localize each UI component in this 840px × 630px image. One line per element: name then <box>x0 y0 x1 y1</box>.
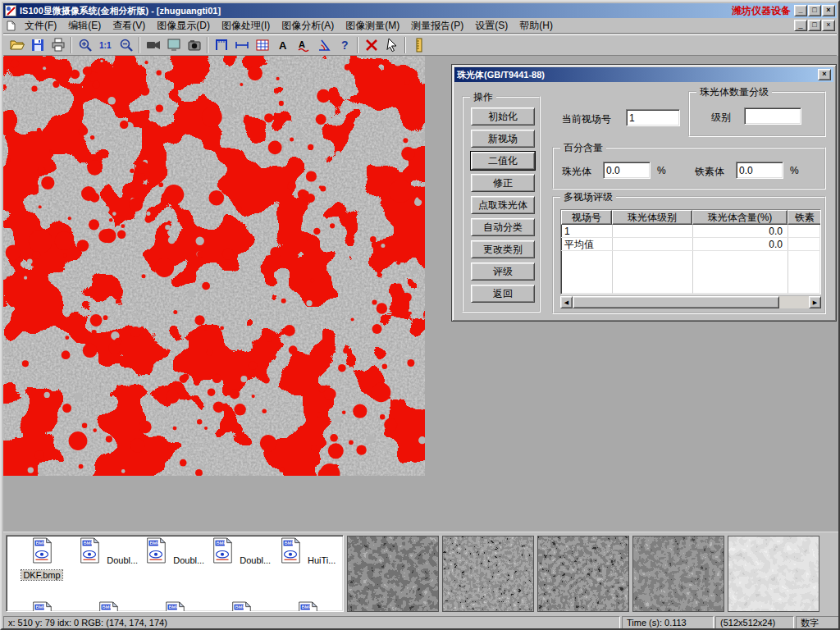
bmp-file-icon[interactable] <box>96 601 121 612</box>
column-header[interactable]: 珠光体级别 <box>612 210 692 225</box>
table-cell: 0.0 <box>692 225 788 238</box>
child-minimize-button[interactable]: _ <box>794 20 807 31</box>
bmp-file-icon <box>210 537 235 564</box>
toolbar-separator <box>139 37 140 53</box>
menu-edit[interactable]: 编辑(E) <box>62 18 107 34</box>
thumbnail-5[interactable] <box>728 536 819 612</box>
title-bar[interactable]: IS100显微摄像系统(金相分析版) - [zhuguangti01] _ □ … <box>3 3 837 18</box>
bmp-file-icon[interactable] <box>162 601 187 612</box>
ferrite-percent-input[interactable] <box>736 162 783 179</box>
scroll-left-button[interactable]: ◀ <box>560 296 573 308</box>
percent-group: 百分含量 珠光体 % 铁素体 % <box>552 147 826 189</box>
monitor-icon <box>166 37 182 53</box>
zoom-in-button[interactable] <box>75 35 95 55</box>
binarize-button[interactable]: 二值化 <box>471 152 535 170</box>
thumbnail-1[interactable] <box>347 536 439 612</box>
menu-image-measure[interactable]: 图像测量(M) <box>340 18 405 34</box>
thumbnail-strip <box>347 536 819 612</box>
auto-classify-button[interactable]: 自动分类 <box>471 218 535 236</box>
dialog-title-bar[interactable]: 珠光体(GB/T9441-88) × <box>454 67 833 82</box>
grade-group: 珠光体数量分级 级别 <box>688 91 826 137</box>
menu-measure-report[interactable]: 测量报告(P) <box>405 18 469 34</box>
init-button[interactable]: 初始化 <box>471 107 535 126</box>
open-button[interactable] <box>7 35 27 55</box>
help-button[interactable]: ? <box>334 35 354 55</box>
table-cell <box>612 225 692 238</box>
new-field-button[interactable]: 新视场 <box>471 130 535 148</box>
menu-settings[interactable]: 设置(S) <box>469 18 514 34</box>
rate-button[interactable]: 评级 <box>471 262 535 281</box>
print-button[interactable] <box>48 35 68 55</box>
file-item[interactable]: Doubl... <box>143 537 207 567</box>
table-row[interactable]: 平均值 0.0 <box>561 238 820 251</box>
grid-button[interactable] <box>252 35 272 55</box>
status-mode: 数字 <box>796 616 840 630</box>
file-item-dkf[interactable]: DKF.bmp <box>10 537 74 582</box>
thumbnail-2[interactable] <box>442 536 534 612</box>
zoom-out-button[interactable] <box>116 35 136 55</box>
file-item[interactable]: HuiTi... <box>276 537 340 567</box>
metallograph-image[interactable] <box>3 56 425 476</box>
bmp-file-icon[interactable] <box>229 601 253 612</box>
caliper-button[interactable] <box>211 35 231 55</box>
percent-group-label: 百分含量 <box>560 141 606 155</box>
bmp-file-icon[interactable] <box>295 601 320 612</box>
scrollbar-track[interactable] <box>779 296 809 308</box>
maximize-button[interactable]: □ <box>808 5 821 16</box>
pearlite-label: 珠光体 <box>562 165 591 179</box>
text-button[interactable]: A <box>272 35 293 55</box>
angle-button[interactable] <box>313 35 334 55</box>
save-button[interactable] <box>27 35 48 55</box>
menu-view[interactable]: 查看(V) <box>107 18 151 34</box>
file-item[interactable]: Doubl... <box>76 537 140 567</box>
video-capture-button[interactable] <box>143 35 163 55</box>
ruler-button[interactable] <box>409 35 429 55</box>
column-header[interactable]: 视场号 <box>561 210 612 225</box>
menu-image-analysis[interactable]: 图像分析(A) <box>276 18 340 34</box>
pick-pearlite-button[interactable]: 点取珠光体 <box>471 196 535 214</box>
change-class-button[interactable]: 更改类别 <box>471 240 535 258</box>
measure-button[interactable] <box>231 35 252 55</box>
table-row[interactable]: 1 0.0 <box>561 225 820 238</box>
dialog-close-button[interactable]: × <box>818 69 831 80</box>
actual-size-button[interactable]: 1:1 <box>95 35 116 55</box>
camera-button[interactable] <box>184 35 204 55</box>
menu-image-process[interactable]: 图像处理(I) <box>216 18 276 34</box>
rating-table[interactable]: 视场号 珠光体级别 珠光体含量(%) 铁素 1 0.0 平均值 <box>560 209 821 294</box>
menu-help[interactable]: 帮助(H) <box>514 18 559 34</box>
file-name: Doubl... <box>171 555 206 565</box>
delete-button[interactable] <box>361 35 381 55</box>
thumbnail-3[interactable] <box>537 536 629 612</box>
dialog-title: 珠光体(GB/T9441-88) <box>457 69 817 81</box>
file-item[interactable]: Doubl... <box>209 537 273 567</box>
pearlite-percent-input[interactable] <box>603 162 651 179</box>
ferrite-percent-unit: % <box>790 165 799 176</box>
zoom-in-icon <box>77 37 94 53</box>
minimize-button[interactable]: _ <box>794 5 807 16</box>
file-list[interactable]: DKF.bmp Doubl... Doubl... Doubl... HuiTi… <box>6 535 344 612</box>
svg-text:1:1: 1:1 <box>99 41 112 50</box>
close-button[interactable]: × <box>822 5 835 16</box>
ruler-icon <box>411 37 427 53</box>
child-restore-button[interactable]: □ <box>808 20 821 31</box>
grade-input[interactable] <box>744 107 801 125</box>
correct-button[interactable]: 修正 <box>471 174 535 192</box>
menu-file[interactable]: 文件(F) <box>19 18 62 34</box>
monitor-button[interactable] <box>163 35 184 55</box>
scroll-right-button[interactable]: ▶ <box>809 296 821 308</box>
current-field-label: 当前视场号 <box>562 112 611 126</box>
return-button[interactable]: 返回 <box>471 285 535 303</box>
bmp-file-icon[interactable] <box>30 601 54 612</box>
thumbnail-4[interactable] <box>632 536 724 612</box>
font-button[interactable]: A <box>293 35 313 55</box>
current-field-input[interactable] <box>626 109 680 126</box>
menu-image-display[interactable]: 图像显示(D) <box>151 18 216 34</box>
table-horizontal-scrollbar[interactable]: ◀ ▶ <box>560 296 821 308</box>
pointer-button[interactable] <box>381 35 402 55</box>
column-header[interactable]: 珠光体含量(%) <box>692 210 788 225</box>
child-close-button[interactable]: × <box>822 20 835 31</box>
multi-field-group: 多视场评级 视场号 珠光体级别 珠光体含量(%) 铁素 1 0.0 <box>552 196 826 314</box>
column-header[interactable]: 铁素 <box>788 210 821 225</box>
scrollbar-thumb[interactable] <box>573 296 779 308</box>
window-title: IS100显微摄像系统(金相分析版) - [zhuguangti01] <box>20 5 793 17</box>
